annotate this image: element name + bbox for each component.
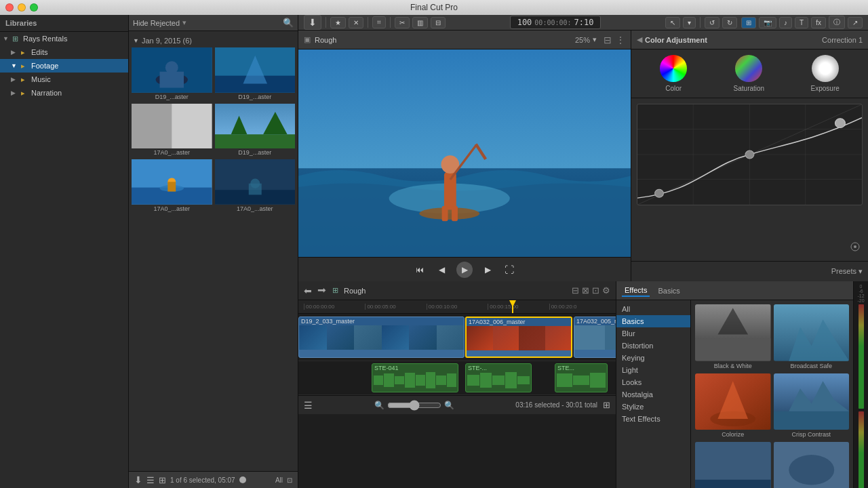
play-button[interactable]: ▶ <box>456 262 473 278</box>
playhead[interactable] <box>512 300 513 313</box>
sidebar-item-edits[interactable]: ▸ Edits <box>0 45 128 59</box>
effects-cat-keying[interactable]: Keying <box>616 352 690 364</box>
range-btn[interactable]: ▥ <box>412 17 428 28</box>
effects-cat-nostalgia[interactable]: Nostalgia <box>616 388 690 401</box>
clip-d19-033[interactable]: D19_2_033_master <box>298 317 465 358</box>
minimize-button[interactable] <box>18 3 26 12</box>
list-item[interactable]: D19_...aster <box>215 47 296 101</box>
effect-item5[interactable] <box>695 442 771 488</box>
clip-17a032-005[interactable]: 17A032_005_master <box>574 317 616 358</box>
effects-cat-text[interactable]: Text Effects <box>616 413 690 425</box>
list-item[interactable]: 17A0_...aster <box>215 159 296 213</box>
clip-17a032-006[interactable]: 17A032_006_master <box>465 317 572 358</box>
cut-btn[interactable]: ✂ <box>395 17 410 28</box>
disclosure-date[interactable]: ▼ <box>133 37 139 44</box>
undo-btn[interactable]: ↺ <box>705 17 719 28</box>
import-icon[interactable]: ⬇ <box>134 474 142 485</box>
effects-cat-light[interactable]: Light <box>616 364 690 376</box>
maximize-button[interactable] <box>30 3 38 12</box>
zoom-out-icon[interactable]: 🔍 <box>374 401 384 410</box>
view-toggle-grid[interactable]: ⊞ <box>159 475 166 485</box>
effects-cat-distortion[interactable]: Distortion <box>616 340 690 352</box>
effect-colorize[interactable]: Colorize <box>695 373 771 440</box>
ruler-mark-3: 00:00:15:00 <box>488 304 549 310</box>
audio-clip-ste-3[interactable]: STE... <box>555 363 608 392</box>
window-controls[interactable] <box>5 3 38 12</box>
fwd-frame-btn[interactable]: ▶ <box>481 263 494 277</box>
fullscreen-btn[interactable]: ⛶ <box>502 263 516 277</box>
filter-dropdown-icon[interactable]: ▾ <box>182 18 186 27</box>
effect-broadcast-safe[interactable]: Broadcast Safe <box>774 304 850 371</box>
inspector-btn[interactable]: ⓘ <box>829 16 845 29</box>
list-view-btn[interactable]: ☰ <box>304 400 313 411</box>
timeline-settings-icon[interactable]: ⚙ <box>602 285 610 296</box>
effects-cat-all[interactable]: All <box>616 303 690 315</box>
share-btn[interactable]: ↗ <box>848 17 863 28</box>
sidebar-item-music[interactable]: ▸ Music <box>0 73 128 86</box>
disclosure-footage[interactable] <box>11 62 18 69</box>
view-toggle-list[interactable]: ☰ <box>146 475 155 485</box>
effects-cat-blur[interactable]: Blur <box>616 327 690 340</box>
viewer-layout-icon[interactable]: ⊟ <box>604 35 612 45</box>
import-btn[interactable]: ⬇ <box>304 15 321 30</box>
beginning-btn[interactable]: ⏮ <box>413 263 427 277</box>
effect-black-white[interactable]: Black & White <box>695 304 771 371</box>
audio-clip-ste041-1[interactable]: STE-041 <box>372 363 458 392</box>
back-inspector-icon[interactable]: ◀ <box>637 35 642 44</box>
list-item[interactable]: D19_...aster <box>215 104 296 157</box>
search-icon[interactable]: 🔍 <box>283 18 294 28</box>
audio-btn[interactable]: ♪ <box>779 17 792 28</box>
effects-cat-looks[interactable]: Looks <box>616 376 690 388</box>
presets-button[interactable]: Presets ▾ <box>831 267 863 276</box>
redo-btn[interactable]: ↻ <box>722 17 737 28</box>
list-item[interactable]: 17A0_...aster <box>132 159 212 213</box>
list-item[interactable]: D19_...aster <box>132 47 212 101</box>
timeline-tool-1[interactable]: ⊟ <box>572 285 579 296</box>
connect-btn[interactable]: ⊟ <box>431 17 446 28</box>
close-button[interactable] <box>5 3 14 12</box>
timeline-back-icon[interactable]: ⬅ <box>304 285 312 296</box>
zoom-in-icon[interactable]: 🔍 <box>444 401 454 410</box>
viewer-zoom-control[interactable]: 25% ▾ <box>575 35 597 44</box>
view-all-label[interactable]: All <box>275 476 283 484</box>
list-item[interactable]: 17A0_...aster <box>132 104 212 157</box>
browser-options-icon[interactable]: ⊡ <box>287 476 292 484</box>
zoom-dropdown-icon[interactable]: ▾ <box>593 35 597 44</box>
sidebar-item-footage[interactable]: ▸ Footage <box>0 59 128 73</box>
effect-crisp-contrast[interactable]: Crisp Contrast <box>774 373 850 440</box>
back-frame-btn[interactable]: ◀ <box>435 263 448 277</box>
disclosure-narration[interactable] <box>11 89 18 96</box>
curves-canvas[interactable] <box>637 104 863 205</box>
fx-btn[interactable]: fx <box>811 17 826 28</box>
tab-basics[interactable]: Basics <box>655 285 682 296</box>
disclosure-edits[interactable] <box>11 49 18 56</box>
tab-effects[interactable]: Effects <box>622 285 650 297</box>
timeline-forward-icon[interactable]: ⮕ <box>317 285 327 296</box>
favorite-btn[interactable]: ★ <box>330 17 346 28</box>
tools-dropdown[interactable]: ▾ <box>683 17 696 28</box>
effect-item6[interactable] <box>774 442 850 488</box>
camera-btn[interactable]: 📷 <box>759 17 776 28</box>
sidebar-item-rays-rentals[interactable]: ⊞ Rays Rentals <box>0 32 128 45</box>
effects-cat-stylize[interactable]: Stylize <box>616 401 690 413</box>
select-tool[interactable]: ↖ <box>665 17 680 28</box>
transform-btn[interactable]: ⌗ <box>372 16 386 28</box>
curves-settings-icon[interactable] <box>850 242 860 253</box>
color-tool-color[interactable]: Color <box>660 55 687 92</box>
zoom-slider[interactable] <box>387 400 441 411</box>
reject-btn[interactable]: ✕ <box>349 17 363 28</box>
title-btn[interactable]: T <box>795 17 808 28</box>
disclosure-rays-rentals[interactable] <box>3 35 9 42</box>
filter-label[interactable]: Hide Rejected <box>133 19 180 27</box>
clip-appearance-btn[interactable]: ⊞ <box>603 400 610 410</box>
timeline-tool-2[interactable]: ⊠ <box>582 285 589 296</box>
effects-cat-basics[interactable]: Basics <box>616 315 690 327</box>
color-tool-saturation[interactable]: Saturation <box>734 55 765 92</box>
timeline-tool-3[interactable]: ⊡ <box>592 285 599 296</box>
sidebar-item-narration[interactable]: ▸ Narration <box>0 86 128 100</box>
viewer-options-icon[interactable]: ⋮ <box>616 35 625 45</box>
audio-clip-ste-2[interactable]: STE-... <box>465 363 532 392</box>
disclosure-music[interactable] <box>11 76 18 83</box>
color-tool-exposure[interactable]: Exposure <box>811 55 840 92</box>
clip-view-btn[interactable]: ⊞ <box>741 17 756 28</box>
